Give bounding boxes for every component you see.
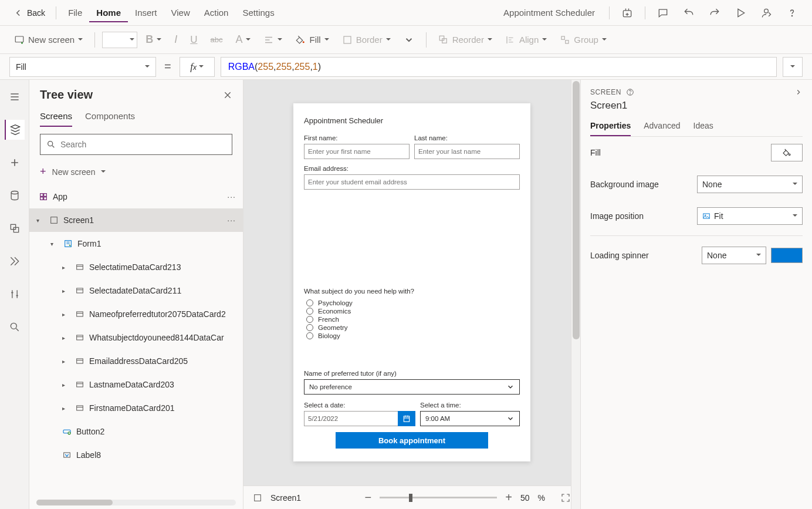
- zoom-handle[interactable]: [409, 494, 412, 502]
- scrollbar-thumb[interactable]: [36, 500, 113, 505]
- subject-radio[interactable]: Geometry: [306, 324, 520, 331]
- menu-view[interactable]: View: [164, 3, 197, 22]
- rail-tree-view[interactable]: [5, 120, 25, 140]
- new-screen-button[interactable]: New screen: [9, 32, 87, 48]
- chevron-right-icon[interactable]: ▸: [62, 311, 70, 318]
- tab-ideas[interactable]: Ideas: [693, 117, 713, 136]
- fill-button[interactable]: Fill: [290, 32, 333, 48]
- tree-button2[interactable]: Button2: [29, 420, 243, 443]
- tree-datacard[interactable]: ▸SelectadateDataCard211: [29, 279, 243, 302]
- text-align-button[interactable]: [259, 32, 287, 48]
- menu-file[interactable]: File: [61, 3, 89, 22]
- fill-color-button[interactable]: [771, 144, 803, 161]
- tree-new-screen[interactable]: + New screen: [29, 162, 243, 181]
- zoom-out-button[interactable]: −: [365, 491, 372, 504]
- zoom-in-button[interactable]: +: [505, 491, 512, 504]
- fx-button[interactable]: fx: [180, 57, 215, 77]
- tree-app[interactable]: App ···: [29, 185, 243, 208]
- tree-form1[interactable]: ▾ Form1: [29, 232, 243, 255]
- tree-datacard[interactable]: ▸Whatsubjectdoyouneed8144DataCar: [29, 326, 243, 349]
- canvas-viewport[interactable]: Appointment Scheduler First name: Last n…: [243, 80, 580, 486]
- share-icon[interactable]: [753, 7, 779, 19]
- fit-to-screen-icon[interactable]: [560, 493, 571, 503]
- menu-home[interactable]: Home: [89, 3, 128, 22]
- horizontal-scrollbar[interactable]: [36, 500, 236, 505]
- firstname-input[interactable]: [304, 144, 410, 159]
- rail-data[interactable]: [5, 186, 25, 205]
- tree-datacard[interactable]: ▸Nameofpreferredtutor2075DataCard2: [29, 302, 243, 326]
- subject-radio[interactable]: Biology: [306, 332, 520, 339]
- search-input[interactable]: [60, 140, 226, 149]
- font-size-input[interactable]: [102, 32, 137, 48]
- scrollbar-thumb[interactable]: [573, 81, 580, 339]
- email-input[interactable]: [304, 174, 520, 190]
- chevron-right-icon[interactable]: ▸: [62, 358, 70, 365]
- rail-hamburger[interactable]: [5, 87, 25, 107]
- underline-button[interactable]: U: [185, 32, 202, 48]
- expand-formula-button[interactable]: [783, 57, 803, 77]
- book-appointment-button[interactable]: Book appointment: [336, 432, 488, 449]
- tree-datacard[interactable]: ▸LastnameDataCard203: [29, 373, 243, 396]
- subject-radio[interactable]: French: [306, 316, 520, 323]
- tab-components[interactable]: Components: [85, 107, 135, 127]
- calendar-button[interactable]: [398, 411, 415, 426]
- image-position-select[interactable]: Fit: [697, 207, 803, 225]
- tutor-select[interactable]: No preference: [304, 379, 520, 395]
- chevron-right-icon[interactable]: ▸: [62, 264, 70, 271]
- group-button[interactable]: Group: [555, 32, 611, 48]
- strikethrough-button[interactable]: abc: [206, 33, 228, 46]
- menu-action[interactable]: Action: [197, 3, 236, 22]
- help-icon[interactable]: [779, 7, 805, 19]
- tree-datacard[interactable]: ▸FirstnameDataCard201: [29, 396, 243, 420]
- chevron-right-icon[interactable]: ▸: [62, 382, 70, 388]
- tree-datacard[interactable]: ▸SelectatimeDataCard213: [29, 255, 243, 279]
- spinner-color-swatch[interactable]: [771, 248, 803, 263]
- chevron-right-icon[interactable]: ▸: [62, 288, 70, 294]
- rail-advanced-tools[interactable]: [5, 284, 25, 304]
- info-icon[interactable]: [626, 88, 634, 96]
- rail-power-automate[interactable]: [5, 251, 25, 271]
- border-button[interactable]: Border: [337, 32, 395, 48]
- tab-advanced[interactable]: Advanced: [644, 117, 680, 136]
- bg-image-select[interactable]: None: [697, 176, 803, 193]
- tab-screens[interactable]: Screens: [40, 107, 72, 127]
- tree-label8[interactable]: Label8: [29, 443, 243, 467]
- comments-icon[interactable]: [650, 7, 676, 19]
- bold-button[interactable]: B: [141, 31, 166, 48]
- undo-icon[interactable]: [676, 7, 702, 19]
- app-checker-icon[interactable]: [614, 7, 640, 19]
- redo-icon[interactable]: [702, 7, 728, 19]
- tab-properties[interactable]: Properties: [590, 117, 631, 136]
- tree-search[interactable]: [40, 134, 232, 155]
- chevron-down-icon[interactable]: ▾: [36, 217, 45, 224]
- height-toggle[interactable]: [399, 32, 419, 48]
- menu-settings[interactable]: Settings: [235, 3, 281, 22]
- subject-radio[interactable]: Psychology: [306, 299, 520, 306]
- italic-button[interactable]: I: [170, 31, 182, 48]
- rail-search[interactable]: [5, 317, 25, 337]
- rail-insert[interactable]: [5, 153, 25, 173]
- back-button[interactable]: Back: [7, 8, 51, 18]
- chevron-right-icon[interactable]: [794, 88, 803, 96]
- time-select[interactable]: 9:00 AM: [420, 411, 520, 426]
- more-icon[interactable]: ···: [227, 192, 236, 201]
- property-selector[interactable]: Fill: [9, 57, 156, 77]
- chevron-right-icon[interactable]: ▸: [62, 335, 70, 341]
- more-icon[interactable]: ···: [227, 215, 236, 225]
- vertical-scrollbar[interactable]: [571, 80, 580, 509]
- tree-screen1[interactable]: ▾ Screen1 ···: [29, 208, 243, 232]
- date-input[interactable]: [304, 411, 398, 426]
- reorder-button[interactable]: Reorder: [434, 32, 497, 48]
- formula-input[interactable]: RGBA(255, 255, 255, 1): [221, 57, 777, 77]
- play-icon[interactable]: [728, 7, 753, 19]
- align-button[interactable]: Align: [500, 32, 552, 48]
- zoom-slider[interactable]: [380, 497, 497, 498]
- font-color-button[interactable]: A: [231, 31, 255, 48]
- spinner-select[interactable]: None: [702, 247, 766, 264]
- chevron-right-icon[interactable]: ▸: [62, 405, 70, 412]
- close-icon[interactable]: [223, 90, 232, 100]
- menu-insert[interactable]: Insert: [128, 3, 164, 22]
- app-canvas[interactable]: Appointment Scheduler First name: Last n…: [293, 103, 530, 461]
- lastname-input[interactable]: [414, 144, 520, 159]
- rail-media[interactable]: [5, 218, 25, 238]
